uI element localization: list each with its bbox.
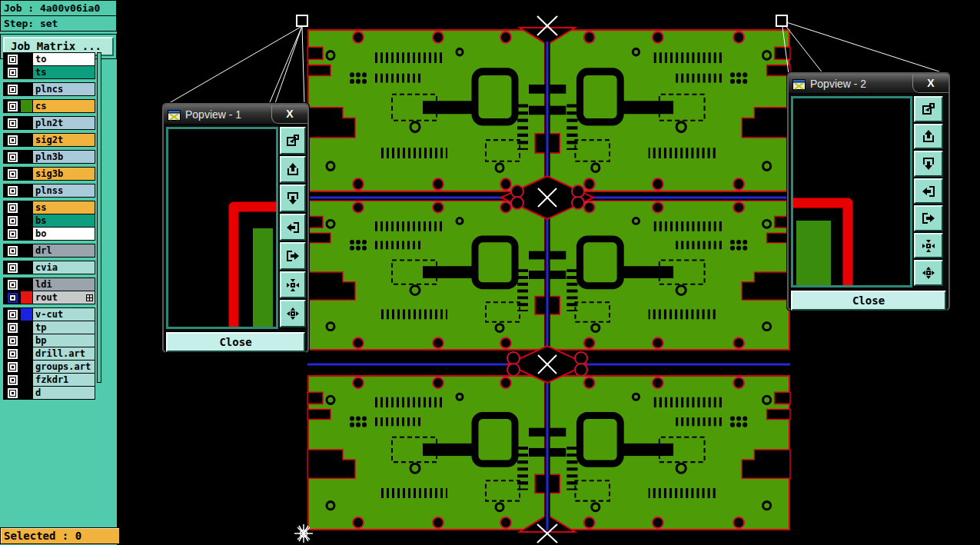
layer-row-drl[interactable]: drl xyxy=(4,244,95,257)
popview-1-close-button[interactable]: Close xyxy=(166,332,305,352)
layer-color-swatch[interactable] xyxy=(21,201,33,214)
layer-checkbox[interactable] xyxy=(8,310,18,320)
layer-color-swatch[interactable] xyxy=(21,214,33,227)
layer-color-swatch[interactable] xyxy=(21,66,33,78)
popview-window-2[interactable]: Popview - 2XClose xyxy=(787,72,950,311)
layer-color-swatch[interactable] xyxy=(21,117,33,129)
layer-row-bo[interactable]: bo xyxy=(4,228,95,240)
popview-2-close-button[interactable]: Close xyxy=(791,291,946,311)
layer-color-swatch[interactable] xyxy=(21,228,33,240)
layer-row-ts[interactable]: ts xyxy=(4,66,95,78)
layer-checkbox[interactable] xyxy=(8,216,18,226)
layer-checkbox[interactable] xyxy=(8,323,18,333)
layer-label[interactable]: drill.art xyxy=(33,347,95,360)
layer-color-swatch[interactable] xyxy=(21,387,33,399)
popview-1-zoom-expand-button[interactable] xyxy=(280,300,306,327)
layer-checkbox[interactable] xyxy=(8,246,18,256)
layer-label[interactable]: to xyxy=(33,53,95,65)
popview-source-marker-1[interactable] xyxy=(297,15,307,26)
layer-checkbox[interactable] xyxy=(8,85,18,95)
popview-2-pan-up-button[interactable] xyxy=(914,124,943,150)
pcb-board[interactable] xyxy=(307,201,546,350)
layer-label[interactable]: plncs xyxy=(33,83,95,95)
layer-row-d[interactable]: d xyxy=(4,387,95,399)
layer-color-swatch[interactable] xyxy=(21,168,33,180)
close-icon[interactable]: X xyxy=(271,105,307,124)
pcb-board[interactable] xyxy=(549,201,790,350)
layer-color-swatch[interactable] xyxy=(21,244,33,257)
popview-2-zoom-contract-button[interactable] xyxy=(914,233,943,259)
layer-checkbox[interactable] xyxy=(8,101,18,111)
popview-2-zoom-expand-button[interactable] xyxy=(914,260,943,286)
popview-1-pan-right-button[interactable] xyxy=(280,242,306,270)
layer-label[interactable]: d xyxy=(33,387,95,399)
popview-2-pan-right-button[interactable] xyxy=(914,205,943,231)
popview-1-titlebar[interactable]: Popview - 1X xyxy=(164,105,307,125)
layer-checkbox[interactable] xyxy=(8,203,18,213)
close-icon[interactable]: X xyxy=(912,75,948,93)
layer-label[interactable]: pln2t xyxy=(33,117,95,129)
layer-label[interactable]: drl xyxy=(33,244,95,257)
layer-row-v-cut[interactable]: v-cut xyxy=(4,308,95,321)
layer-checkbox[interactable] xyxy=(8,375,18,385)
pcb-board[interactable] xyxy=(307,30,546,191)
layer-checkbox[interactable] xyxy=(8,68,18,78)
layer-row-sig3b[interactable]: sig3b xyxy=(4,168,95,180)
popview-2-viewport[interactable] xyxy=(791,96,912,287)
layer-label[interactable]: pln3b xyxy=(33,151,95,163)
layer-label[interactable]: plnss xyxy=(33,184,95,197)
popview-2-popview-copy-button[interactable] xyxy=(914,96,943,122)
layer-checkbox[interactable] xyxy=(8,293,18,303)
layer-checkbox[interactable] xyxy=(8,229,18,239)
layer-checkbox[interactable] xyxy=(8,152,18,162)
layer-label[interactable]: cs xyxy=(33,100,95,112)
popview-2-titlebar[interactable]: Popview - 2X xyxy=(789,74,948,94)
layer-row-bs[interactable]: bs xyxy=(4,214,95,228)
layer-row-to[interactable]: to xyxy=(4,53,95,66)
layer-label[interactable]: bo xyxy=(33,228,95,240)
layer-color-swatch[interactable] xyxy=(21,134,33,146)
popview-1-popview-copy-button[interactable] xyxy=(280,127,306,155)
layer-label[interactable]: groups.art xyxy=(33,361,95,373)
layer-color-swatch[interactable] xyxy=(21,321,33,334)
layer-label[interactable]: bp xyxy=(33,334,95,347)
layer-label[interactable]: bs xyxy=(33,214,95,227)
layer-row-rout[interactable]: rout xyxy=(4,291,95,304)
layer-label[interactable]: ldi xyxy=(33,278,95,291)
pcb-board[interactable] xyxy=(307,376,546,530)
layer-row-bp[interactable]: bp xyxy=(4,334,95,347)
layer-row-pln2t[interactable]: pln2t xyxy=(4,117,95,129)
layer-color-swatch[interactable] xyxy=(21,291,33,304)
layer-checkbox[interactable] xyxy=(8,280,18,290)
layer-label[interactable]: rout xyxy=(33,291,95,304)
layer-color-swatch[interactable] xyxy=(21,361,33,373)
layer-label[interactable]: sig2t xyxy=(33,134,95,146)
popview-1-pan-up-button[interactable] xyxy=(280,156,306,184)
layer-color-swatch[interactable] xyxy=(21,308,33,321)
layer-color-swatch[interactable] xyxy=(21,278,33,291)
layer-row-groups.art[interactable]: groups.art xyxy=(4,361,95,374)
popview-1-pan-left-button[interactable] xyxy=(280,214,306,241)
layer-checkbox[interactable] xyxy=(8,336,18,346)
layer-checkbox[interactable] xyxy=(8,118,18,128)
layer-label[interactable]: v-cut xyxy=(33,308,95,321)
layer-row-ldi[interactable]: ldi xyxy=(4,278,95,291)
layer-row-cs[interactable]: cs xyxy=(4,100,95,112)
layer-label[interactable]: sig3b xyxy=(33,168,95,180)
layer-row-fzkdr1[interactable]: fzkdr1 xyxy=(4,374,95,387)
pcb-board[interactable] xyxy=(549,376,790,530)
popview-2-pan-down-button[interactable] xyxy=(914,151,943,177)
layer-label[interactable]: cvia xyxy=(33,261,95,274)
layer-checkbox[interactable] xyxy=(8,135,18,145)
layer-row-drill.art[interactable]: drill.art xyxy=(4,347,95,361)
layer-color-swatch[interactable] xyxy=(21,374,33,386)
popview-1-pan-down-button[interactable] xyxy=(280,184,306,212)
layer-color-swatch[interactable] xyxy=(21,83,33,95)
popview-window-1[interactable]: Popview - 1XClose xyxy=(162,103,309,353)
layer-color-swatch[interactable] xyxy=(21,334,33,347)
layer-label[interactable]: ts xyxy=(33,66,95,78)
layer-row-plncs[interactable]: plncs xyxy=(4,83,95,95)
layer-checkbox[interactable] xyxy=(8,186,18,196)
popview-1-zoom-contract-button[interactable] xyxy=(280,271,306,299)
layer-row-cvia[interactable]: cvia xyxy=(4,261,95,274)
